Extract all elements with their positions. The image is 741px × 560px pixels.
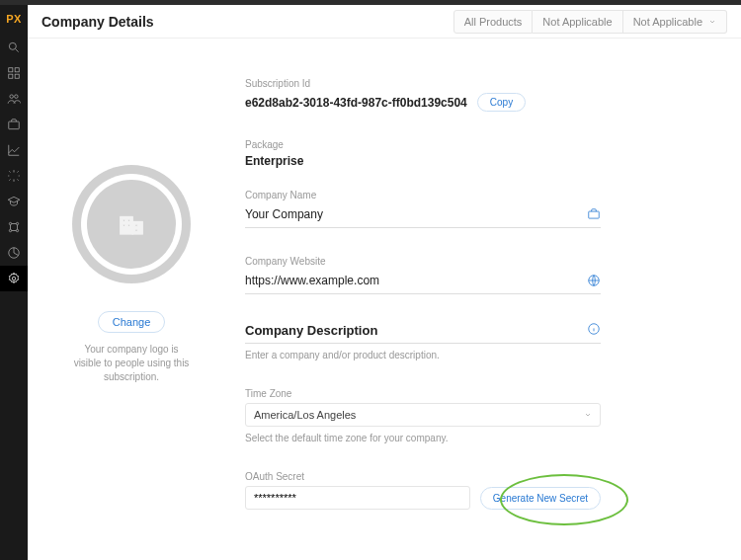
oauth-secret-input[interactable] — [245, 486, 470, 510]
chevron-down-icon — [584, 411, 592, 419]
grid-icon — [7, 66, 21, 80]
time-zone-select[interactable]: America/Los Angeles — [245, 403, 601, 427]
nav-settings[interactable] — [0, 266, 28, 291]
svg-point-7 — [15, 95, 18, 99]
company-name-label: Company Name — [245, 190, 601, 200]
svg-point-10 — [16, 222, 18, 224]
briefcase-icon — [7, 118, 21, 131]
svg-point-14 — [12, 277, 16, 280]
segment-not-applicable-2[interactable]: Not Applicable — [623, 10, 727, 34]
svg-rect-21 — [135, 224, 138, 227]
oauth-label: OAuth Secret — [245, 471, 601, 482]
time-zone-label: Time Zone — [245, 388, 601, 399]
svg-point-11 — [9, 229, 11, 231]
brand-logo: PX — [6, 5, 22, 35]
nav-spark[interactable] — [0, 163, 28, 189]
field-company-website: Company Website — [245, 256, 601, 294]
svg-rect-17 — [123, 219, 125, 222]
svg-rect-19 — [123, 224, 125, 227]
chart-icon — [7, 143, 21, 157]
time-zone-hint: Select the default time zone for your co… — [245, 433, 601, 443]
company-website-label: Company Website — [245, 256, 601, 267]
svg-point-6 — [10, 95, 13, 99]
content: Change Your company logo is visible to p… — [28, 39, 741, 560]
segment-all-products[interactable]: All Products — [453, 10, 534, 34]
nav-dashboard[interactable] — [0, 60, 28, 86]
pie-icon — [7, 246, 21, 260]
field-company-description: Company Description Enter a company and/… — [245, 322, 601, 360]
nav-analytics[interactable] — [0, 137, 28, 163]
field-oauth-secret: OAuth Secret Generate New Secret — [245, 471, 601, 510]
svg-rect-18 — [127, 219, 130, 222]
time-zone-value: America/Los Angeles — [254, 409, 356, 421]
nav-hierarchy[interactable] — [0, 214, 28, 240]
nav-education[interactable] — [0, 189, 28, 214]
segment-label: Not Applicable — [633, 16, 702, 28]
svg-point-9 — [9, 222, 11, 224]
nav-search[interactable] — [0, 35, 28, 60]
svg-rect-23 — [589, 211, 600, 218]
svg-rect-20 — [127, 224, 130, 227]
info-icon[interactable] — [587, 322, 601, 339]
svg-rect-22 — [135, 229, 138, 232]
briefcase-field-icon — [587, 207, 601, 221]
header-segments: All Products Not Applicable Not Applicab… — [453, 10, 727, 34]
svg-rect-8 — [9, 121, 20, 129]
hierarchy-icon — [7, 220, 21, 234]
logo-panel: Change Your company logo is visible to p… — [57, 78, 206, 540]
field-subscription-id: Subscription Id e62d8ab2-3018-43fd-987c-… — [245, 78, 601, 112]
nav-reports[interactable] — [0, 240, 28, 266]
package-value: Enterprise — [245, 154, 303, 168]
change-logo-button[interactable]: Change — [98, 311, 166, 333]
form-column: Subscription Id e62d8ab2-3018-43fd-987c-… — [245, 78, 601, 540]
field-time-zone: Time Zone America/Los Angeles Select the… — [245, 388, 601, 443]
main-area: Company Details All Products Not Applica… — [28, 5, 741, 560]
generate-secret-button[interactable]: Generate New Secret — [480, 487, 601, 510]
search-icon — [7, 40, 21, 54]
svg-rect-3 — [15, 68, 19, 72]
users-icon — [7, 92, 21, 106]
spark-icon — [7, 169, 21, 183]
company-name-input[interactable] — [245, 204, 587, 224]
graduation-icon — [7, 195, 21, 208]
logo-note: Your company logo is visible to people u… — [72, 343, 191, 384]
globe-icon — [587, 274, 601, 287]
svg-point-12 — [16, 229, 18, 231]
nav-briefcase[interactable] — [0, 112, 28, 137]
gear-icon — [7, 272, 21, 285]
logo-placeholder — [72, 165, 191, 283]
app-shell: PX Company Details All Products Not Appl… — [0, 5, 741, 560]
company-description-hint: Enter a company and/or product descripti… — [245, 350, 601, 360]
package-label: Package — [245, 139, 601, 150]
copy-subscription-button[interactable]: Copy — [477, 93, 526, 112]
svg-line-1 — [16, 49, 19, 52]
building-icon — [115, 209, 148, 239]
svg-rect-5 — [15, 74, 19, 78]
svg-rect-4 — [9, 74, 13, 78]
field-company-name: Company Name — [245, 190, 601, 228]
field-package: Package Enterprise — [245, 139, 601, 168]
company-website-input[interactable] — [245, 271, 587, 290]
page-title: Company Details — [41, 14, 154, 30]
svg-point-0 — [9, 42, 16, 49]
subscription-id-value: e62d8ab2-3018-43fd-987c-ff0bd139c504 — [245, 96, 467, 110]
svg-rect-2 — [9, 68, 13, 72]
chevron-down-icon — [708, 18, 716, 26]
company-description-placeholder[interactable]: Company Description — [245, 323, 587, 338]
page-header: Company Details All Products Not Applica… — [28, 5, 741, 39]
nav-users[interactable] — [0, 86, 28, 112]
subscription-id-label: Subscription Id — [245, 78, 601, 89]
segment-not-applicable-1[interactable]: Not Applicable — [533, 10, 622, 34]
sidebar: PX — [0, 5, 28, 560]
